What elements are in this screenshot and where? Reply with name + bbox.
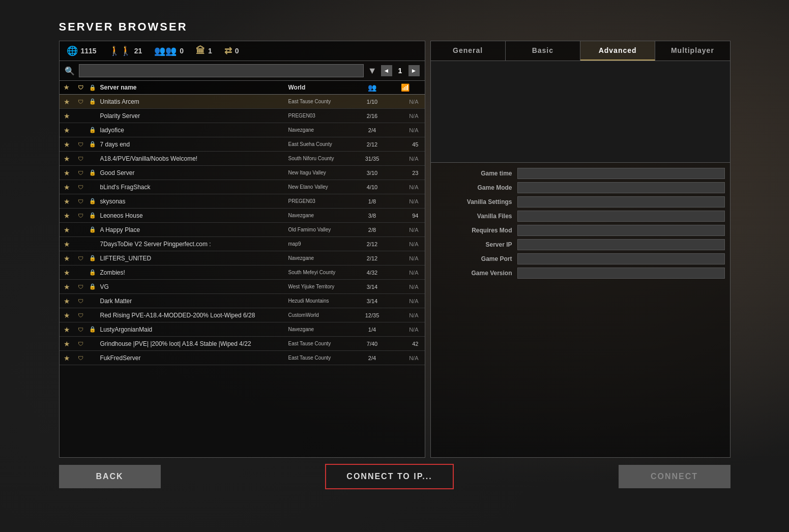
- row-ping: 94: [390, 213, 421, 219]
- table-row[interactable]: ★ 🛡 🔒 Leoneos House Navezgane 3/8 94: [60, 209, 425, 223]
- tab-multiplayer[interactable]: Multiplayer: [655, 41, 729, 61]
- row-players: 2/16: [355, 113, 390, 119]
- table-row[interactable]: ★ Polarity Server PREGEN03 2/16 N/A: [60, 109, 425, 123]
- row-shield: 🛡: [78, 298, 89, 304]
- header-lock: 🔒: [89, 84, 100, 91]
- info-value: [517, 225, 725, 236]
- building-icon: 🏛: [196, 46, 205, 56]
- table-row[interactable]: ★ 🛡 bLind's FragShack New Etano Valley 4…: [60, 180, 425, 194]
- table-row[interactable]: ★ 🛡 🔒 7 days end East Sueha County 2/12 …: [60, 137, 425, 152]
- row-name: Good Server: [100, 169, 288, 176]
- tab-advanced[interactable]: Advanced: [580, 41, 655, 61]
- row-lock: 🔒: [89, 326, 100, 333]
- row-players: 31/35: [355, 156, 390, 162]
- row-ping: N/A: [390, 298, 421, 304]
- table-row[interactable]: ★ 🛡 FukFredServer East Tause County 2/4 …: [60, 351, 425, 365]
- row-players: 3/14: [355, 298, 390, 304]
- row-map: West Yijuke Territory: [288, 283, 355, 290]
- row-players: 2/12: [355, 141, 390, 147]
- info-row: Game Port: [431, 253, 730, 264]
- row-ping: N/A: [390, 241, 421, 247]
- row-lock: 🔒: [89, 212, 100, 219]
- search-input[interactable]: [79, 64, 364, 77]
- row-players: 2/8: [355, 227, 390, 233]
- table-row[interactable]: ★ 🛡 🔒 LustyArgonianMaid Navezgane 1/4 N/…: [60, 322, 425, 337]
- row-map: Hezudi Mountains: [288, 298, 355, 304]
- row-star: ★: [64, 311, 78, 319]
- connect-to-ip-button[interactable]: CONNECT TO IP...: [325, 464, 453, 489]
- table-row[interactable]: ★ 🛡 Grindhouse |PVE| |200% loot| A18.4 S…: [60, 337, 425, 351]
- row-players: 3/10: [355, 170, 390, 176]
- header-star: ★: [64, 84, 78, 91]
- row-shield: 🛡: [78, 284, 89, 290]
- header-ping: 📶: [390, 83, 421, 92]
- table-row[interactable]: ★ 🛡 🔒 Good Server New Itagu Valley 3/10 …: [60, 166, 425, 180]
- table-row[interactable]: ★ 7DaysToDie V2 Server Pingperfect.com :…: [60, 237, 425, 251]
- row-shield: 🛡: [78, 355, 89, 361]
- info-label: Game Version: [436, 270, 517, 277]
- table-row[interactable]: ★ 🛡 🔒 LIFTERS_UNITED Navezgane 2/12 N/A: [60, 251, 425, 265]
- table-row[interactable]: ★ 🛡 🔒 Unitatis Arcem East Tause County 1…: [60, 95, 425, 109]
- row-star: ★: [64, 155, 78, 163]
- table-row[interactable]: ★ 🛡 Red Rising PVE-A18.4-MODDED-200% Loo…: [60, 308, 425, 322]
- row-map: Navezgane: [288, 127, 355, 133]
- connect-button[interactable]: CONNECT: [619, 465, 730, 488]
- row-name: VG: [100, 283, 288, 290]
- table-row[interactable]: ★ 🔒 ladyofice Navezgane 2/4 N/A: [60, 123, 425, 137]
- info-value: [517, 239, 725, 250]
- row-lock: 🔒: [89, 127, 100, 133]
- swap-count: 0: [235, 47, 239, 55]
- row-map: East Sueha County: [288, 141, 355, 147]
- info-label: Vanilla Settings: [436, 198, 517, 205]
- row-shield: 🛡: [78, 156, 89, 162]
- row-name: Grindhouse |PVE| |200% loot| A18.4 Stabl…: [100, 340, 288, 347]
- prev-page-button[interactable]: ◄: [381, 65, 392, 76]
- row-players: 2/12: [355, 241, 390, 247]
- row-map: East Tause County: [288, 354, 355, 361]
- stat-swap: ⇄ 0: [224, 45, 239, 56]
- server-list-panel: 🌐 1115 🚶🚶 21 👥👥 0 🏛 1 ⇄ 0: [59, 41, 425, 458]
- row-name: skysonas: [100, 198, 288, 205]
- info-row: Vanilla Settings: [431, 196, 730, 208]
- row-players: 3/8: [355, 213, 390, 219]
- info-label: Game Mode: [436, 184, 517, 191]
- row-ping: N/A: [390, 255, 421, 261]
- row-name: ladyofice: [100, 127, 288, 134]
- next-page-button[interactable]: ►: [408, 65, 420, 76]
- row-star: ★: [64, 297, 78, 305]
- table-row[interactable]: ★ 🛡 A18.4/PVE/Vanilla/Noobs Welcome! Sou…: [60, 152, 425, 166]
- info-row: Server IP: [431, 239, 730, 250]
- group-count: 0: [180, 47, 184, 55]
- row-star: ★: [64, 326, 78, 334]
- table-row[interactable]: ★ 🛡 🔒 skysonas PREGEN03 1/8 N/A: [60, 194, 425, 209]
- row-map: South Niforu County: [288, 155, 355, 162]
- info-value: [517, 196, 725, 208]
- tab-basic[interactable]: Basic: [506, 41, 580, 61]
- row-name: 7 days end: [100, 141, 288, 148]
- header-players: 👥: [355, 83, 390, 92]
- row-name: Unitatis Arcem: [100, 98, 288, 105]
- row-ping: 42: [390, 341, 421, 347]
- row-map: Navezgane: [288, 255, 355, 261]
- info-grid: Game time Game Mode Vanilla Settings Van…: [431, 163, 730, 457]
- row-ping: N/A: [390, 99, 421, 105]
- info-label: Requires Mod: [436, 227, 517, 234]
- row-players: 1/10: [355, 99, 390, 105]
- row-lock: 🔒: [89, 269, 100, 276]
- tab-general[interactable]: General: [431, 41, 506, 61]
- page-title: SERVER BROWSER: [59, 20, 730, 34]
- table-row[interactable]: ★ 🛡 Dark Matter Hezudi Mountains 3/14 N/…: [60, 294, 425, 308]
- row-map: East Tause County: [288, 340, 355, 347]
- filter-icon[interactable]: ▼: [368, 66, 377, 76]
- info-value: [517, 182, 725, 193]
- table-row[interactable]: ★ 🛡 🔒 VG West Yijuke Territory 3/14 N/A: [60, 280, 425, 294]
- row-players: 4/10: [355, 184, 390, 190]
- table-row[interactable]: ★ 🔒 A Happy Place Old Famimo Valley 2/8 …: [60, 223, 425, 237]
- table-row[interactable]: ★ 🔒 Zombies! South Mefeyi County 4/32 N/…: [60, 265, 425, 280]
- row-star: ★: [64, 240, 78, 248]
- header-shield: 🛡: [78, 84, 89, 91]
- page-number: 1: [395, 67, 405, 75]
- stat-globe: 🌐 1115: [67, 45, 97, 56]
- back-button[interactable]: BACK: [59, 465, 161, 488]
- row-players: 2/12: [355, 255, 390, 261]
